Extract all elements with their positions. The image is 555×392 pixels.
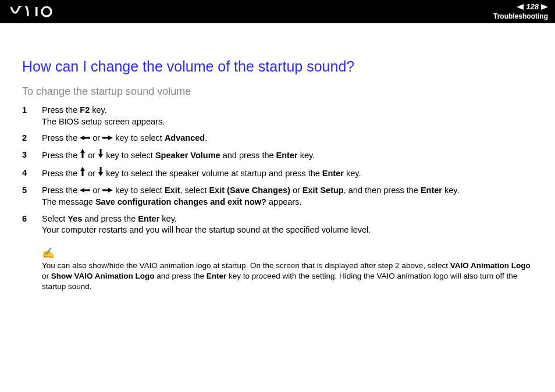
section-label: Troubleshooting [493,13,548,20]
arrow-right-icon [102,185,113,197]
arrow-right-icon [102,133,113,144]
arrow-left-icon [80,185,90,197]
prev-page-icon[interactable] [517,4,524,10]
note-icon: ✍ [42,247,533,259]
content-area: How can I change the volume of the start… [0,23,555,304]
step-list: Press the F2 key. The BIOS setup screen … [22,105,533,236]
arrow-down-icon [98,149,104,162]
note-text: You can also show/hide the VAIO animatio… [42,261,533,293]
arrow-up-icon [80,167,86,180]
svg-marker-2 [517,4,524,10]
page-title: How can I change the volume of the start… [22,58,533,75]
header-right: 128 Troubleshooting [493,3,548,20]
step-2: Press the or key to select Advanced. [22,133,533,144]
svg-marker-7 [98,149,103,158]
step-6: Select Yes and press the Enter key. Your… [22,213,533,236]
svg-marker-3 [541,4,548,10]
page-number: 128 [526,3,539,11]
step-4: Press the or key to select the speaker v… [22,168,533,180]
vaio-logo [10,6,64,17]
svg-marker-8 [80,167,85,176]
header-bar: 128 Troubleshooting [0,0,555,23]
svg-marker-5 [102,136,113,140]
note-block: ✍ You can also show/hide the VAIO animat… [22,247,533,293]
svg-marker-6 [80,149,85,158]
step-1: Press the F2 key. The BIOS setup screen … [22,105,533,127]
svg-marker-10 [80,188,90,193]
svg-rect-0 [35,7,38,16]
svg-marker-4 [80,136,90,140]
svg-marker-9 [98,167,103,176]
arrow-up-icon [80,149,86,162]
arrow-left-icon [80,133,90,144]
step-3: Press the or key to select Speaker Volum… [22,149,533,162]
page-subtitle: To change the startup sound volume [22,85,533,98]
next-page-icon[interactable] [541,4,548,10]
svg-marker-11 [102,188,113,193]
svg-point-1 [42,7,51,16]
arrow-down-icon [98,167,104,180]
page-nav: 128 [517,3,548,11]
step-5: Press the or key to select Exit, select … [22,185,533,208]
